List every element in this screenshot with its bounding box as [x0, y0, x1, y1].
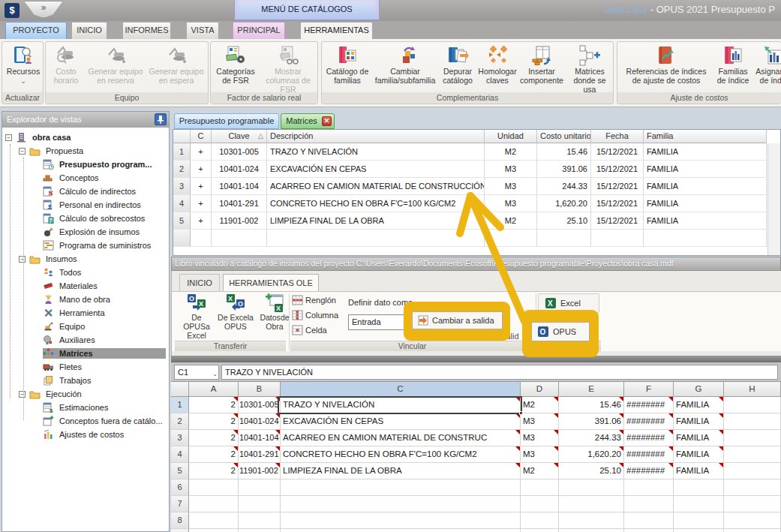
grid-scrollbar[interactable]: [767, 143, 780, 255]
cambiar-a-salida-button[interactable]: Cambiar a salida: [412, 311, 503, 329]
tree-item-insumos[interactable]: −Insumos: [2, 252, 169, 266]
grid-row-3[interactable]: 3+10401-104ACARREO EN CAMION MATERIAL DE…: [173, 178, 780, 195]
quick-access-chevron-icon[interactable]: »: [24, 1, 63, 18]
col-header-D[interactable]: D: [521, 382, 559, 397]
tree-item-explosion-insumos[interactable]: Explosión de insumos: [2, 225, 169, 239]
col-header-A[interactable]: A: [189, 382, 239, 397]
col-header-familia[interactable]: Familia: [644, 130, 767, 143]
costo-horario-button[interactable]: Costo horario: [49, 44, 83, 92]
tree-item-equipo[interactable]: Equipo: [2, 320, 169, 333]
depurar-catalogo-button[interactable]: Depurar catálogo: [440, 44, 475, 92]
datos-de-obra-button[interactable]: X Datosde Obra: [256, 293, 293, 340]
referencias-indices-button[interactable]: Referencias de índices de ajuste de cost…: [619, 44, 713, 92]
tree-item-fletes[interactable]: Fletes: [2, 360, 169, 374]
tree-item-propuesta[interactable]: −Propuesta: [2, 144, 169, 158]
expand-row-icon[interactable]: +: [191, 212, 212, 230]
close-tab-icon[interactable]: ✕: [322, 116, 332, 126]
sheet-row-4[interactable]: 4 2 10401-291 CONCRETO HECHO EN OBRA F'C…: [171, 446, 781, 463]
col-header-costo[interactable]: Costo unitario: [537, 130, 591, 143]
col-header-fecha[interactable]: Fecha: [591, 130, 644, 143]
ole-tab-inicio[interactable]: INICIO: [179, 274, 220, 292]
sheet-row-1[interactable]: 1 2 10301-005 TRAZO Y NIVELACIÓN M2 15.4…: [171, 397, 781, 413]
sheet-row-6[interactable]: 6: [171, 479, 781, 496]
tab-proyecto[interactable]: PROYECTO: [5, 22, 67, 39]
namebox-dropdown-icon[interactable]: ⌄: [212, 368, 218, 381]
doc-tab-matrices[interactable]: Matrices✕: [281, 113, 335, 129]
col-header-c[interactable]: C: [191, 130, 212, 143]
homologar-claves-button[interactable]: Homologar claves: [476, 44, 518, 92]
sheet-row-7[interactable]: 7: [171, 496, 781, 512]
de-opus-a-excel-button[interactable]: OX De OPUSa Excel: [178, 293, 215, 340]
generar-equipo-reserva-button[interactable]: Generar equipo en reserva: [86, 44, 145, 92]
context-tab-menu-de-catalogos[interactable]: MENÚ DE CATÁLOGOS: [234, 0, 380, 20]
expand-row-icon[interactable]: +: [191, 161, 212, 178]
tab-vista[interactable]: VISTA: [186, 22, 219, 39]
sheet-row-2[interactable]: 2 2 10401-024 EXCAVACIÓN EN CEPAS M3 391…: [171, 413, 781, 430]
grid-row-1[interactable]: 1+10301-005TRAZO Y NIVELACIÓNM215.4615/1…: [173, 143, 780, 161]
sheet-row-9[interactable]: 9: [171, 529, 781, 532]
col-header-unidad[interactable]: Unidad: [485, 130, 537, 143]
col-header-B[interactable]: B: [239, 382, 281, 397]
tree-item-mano-de-obra[interactable]: Mano de obra: [2, 293, 169, 306]
tree-item-presupuesto-programable[interactable]: Presupuesto program...: [2, 158, 169, 171]
expand-row-icon[interactable]: +: [191, 143, 212, 161]
recursos-button[interactable]: Recursos ⌄: [5, 44, 42, 92]
sheet-row-8[interactable]: 8: [171, 512, 781, 529]
opus-button[interactable]: OOPUS: [531, 322, 590, 341]
tree-item-auxiliares[interactable]: Auxiliares: [2, 333, 169, 347]
matrices-donde-se-usa-button[interactable]: Matrices donde se usa: [566, 44, 613, 92]
tree-item-personal-indirectos[interactable]: Personal en indirectos: [2, 198, 169, 212]
tree-item-todos[interactable]: Todos: [2, 266, 169, 279]
tree-item-programa-suministros[interactable]: Programa de suministros: [2, 239, 169, 252]
collapse-icon[interactable]: −: [19, 256, 26, 263]
col-header-clave[interactable]: Clave△: [212, 130, 267, 143]
columna-button[interactable]: Columna: [292, 308, 338, 322]
tree-item-con-fuera-catalogo[interactable]: Conceptos fuera de catálo...: [2, 414, 169, 428]
tree-item-calculo-sobrecostos[interactable]: Cálculo de sobrecostos: [2, 212, 169, 225]
tree-item-ejecucion[interactable]: −Ejecución: [2, 387, 169, 401]
formula-input[interactable]: TRAZO Y NIVELACIÓN: [221, 365, 778, 380]
tab-principal[interactable]: PRINCIPAL: [233, 22, 285, 39]
asignar-familias-indice-button[interactable]: Asignar fa de índic: [752, 44, 781, 92]
tree-item-estimaciones[interactable]: $Estimaciones: [2, 401, 169, 414]
pin-icon[interactable]: [155, 113, 167, 125]
mostrar-columnas-fsr-button[interactable]: Mostrar columnas de FSR: [259, 44, 317, 92]
tab-herramientas[interactable]: HERRAMIENTAS: [300, 22, 373, 40]
cell-name-box[interactable]: C1⌄: [174, 365, 219, 380]
sheet-row-3[interactable]: 3 2 10401-104 ACARREO EN CAMION MATERIAL…: [171, 430, 781, 446]
tree-item-herramienta[interactable]: Herramienta: [2, 306, 169, 320]
tree-item-calculo-indirectos[interactable]: Cálculo de indirectos: [2, 185, 169, 198]
categorias-fsr-button[interactable]: Categorías de FSR: [212, 44, 259, 92]
col-header-C[interactable]: C: [281, 382, 521, 397]
expand-row-icon[interactable]: +: [191, 178, 212, 195]
de-excel-a-opus-button[interactable]: XO De Excela OPUS: [217, 293, 254, 340]
collapse-icon[interactable]: −: [19, 391, 26, 398]
expand-row-icon[interactable]: +: [191, 195, 212, 212]
generar-equipo-espera-button[interactable]: Generar equipo en espera: [146, 44, 206, 92]
tab-informes[interactable]: INFORMES: [122, 22, 171, 39]
tree-item-conceptos[interactable]: Conceptos: [2, 171, 169, 185]
grid-row-2[interactable]: 2+10401-024EXCAVACIÓN EN CEPASM3391.0615…: [173, 161, 780, 178]
renglon-button[interactable]: Renglón: [292, 293, 336, 307]
col-header-descripcion[interactable]: Descripción: [267, 130, 485, 143]
grid-row-5[interactable]: 5+11901-002LIMPIEZA FINAL DE LA OBRAM225…: [173, 212, 780, 230]
collapse-icon[interactable]: −: [19, 148, 26, 155]
grid-row-4[interactable]: 4+10401-291CONCRETO HECHO EN OBRA F'C=10…: [173, 195, 780, 212]
tree-item-obra-casa[interactable]: −obra casa: [2, 131, 169, 144]
col-header-H[interactable]: H: [724, 382, 781, 397]
col-header-E[interactable]: E: [559, 382, 624, 397]
celda-button[interactable]: Celda: [292, 323, 327, 337]
sheet-row-5[interactable]: 5 2 11901-002 LIMPIEZA FINAL DE LA OBRA …: [171, 463, 781, 479]
col-header-F[interactable]: F: [624, 382, 674, 397]
tab-inicio[interactable]: INICIO: [71, 22, 107, 39]
sheet-corner[interactable]: [171, 382, 189, 397]
cambiar-familia-button[interactable]: Cambiar familia/subfamilia: [370, 44, 440, 92]
familias-indice-button[interactable]: Familias de índice: [715, 44, 751, 92]
tree-item-trabajos[interactable]: Trabajos: [2, 374, 169, 387]
tree-item-matrices[interactable]: Matrices: [2, 347, 169, 360]
col-header-G[interactable]: G: [674, 382, 724, 397]
doc-tab-presupuesto-programable[interactable]: Presupuesto programable: [174, 113, 279, 129]
collapse-icon[interactable]: −: [5, 134, 12, 141]
catalogo-familias-button[interactable]: Catálogo de familias: [325, 44, 370, 92]
insertar-componente-button[interactable]: Insertar componente: [518, 44, 565, 92]
